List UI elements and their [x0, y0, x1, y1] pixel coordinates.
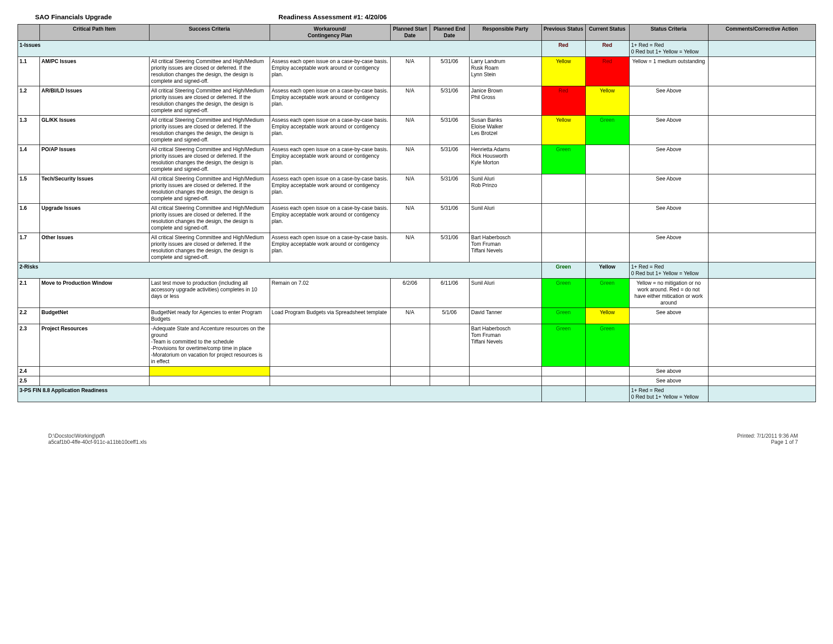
cell — [708, 145, 815, 174]
cell: Sunil Aluri Rob Prinzo — [469, 174, 541, 204]
cell: Assess each open issue on a case-by-case… — [270, 145, 390, 174]
cell — [270, 324, 390, 367]
cell: All critical Steering Committee and High… — [149, 204, 270, 233]
cell — [469, 376, 541, 386]
cell — [541, 367, 585, 376]
cell: Green — [585, 279, 629, 308]
cell: 2.3 — [18, 324, 39, 367]
cell: GL/KK Issues — [39, 116, 149, 145]
cell — [390, 376, 430, 386]
cell: See above — [629, 367, 708, 376]
cell: Green — [541, 308, 585, 324]
table-header-row: Critical Path ItemSuccess CriteriaWorkar… — [18, 25, 815, 41]
section-curr-status: Red — [585, 41, 629, 57]
cell — [270, 367, 390, 376]
col-header: Current Status — [585, 25, 629, 41]
cell: N/A — [390, 57, 430, 86]
page-title: SAO Financials Upgrade Readiness Assessm… — [35, 13, 824, 21]
title-right: Readiness Assessment #1: 4/20/06 — [278, 13, 387, 21]
table-row: 2.3Project Resources-Adequate State and … — [18, 324, 815, 367]
cell — [585, 376, 629, 386]
section-prev-status — [541, 386, 585, 402]
table-row: 2.1Move to Production WindowLast test mo… — [18, 279, 815, 308]
cell: Last test move to production (including … — [149, 279, 270, 308]
cell: 1.1 — [18, 57, 39, 86]
cell — [149, 367, 270, 376]
section-title: 1-Issues — [18, 41, 541, 57]
cell: N/A — [390, 86, 430, 116]
table-row: 1.4PO/AP IssuesAll critical Steering Com… — [18, 145, 815, 174]
cell: All critical Steering Committee and High… — [149, 145, 270, 174]
cell: AR/BI/LD Issues — [39, 86, 149, 116]
cell: Assess each open issue on a case-by-case… — [270, 86, 390, 116]
cell — [708, 116, 815, 145]
cell: Assess each open issue on a case-by-case… — [270, 57, 390, 86]
cell: N/A — [390, 145, 430, 174]
cell: 2.5 — [18, 376, 39, 386]
cell: Assess each open issue on a case-by-case… — [270, 174, 390, 204]
cell: See Above — [629, 204, 708, 233]
cell: See Above — [629, 86, 708, 116]
cell: See above — [629, 376, 708, 386]
cell: Yellow — [541, 116, 585, 145]
section-title: 3-PS FIN 8.8 Application Readiness — [18, 386, 541, 402]
cell: All critical Steering Committee and High… — [149, 174, 270, 204]
cell: BudgetNet ready for Agencies to enter Pr… — [149, 308, 270, 324]
cell — [39, 367, 149, 376]
footer-path: D:\Docstoc\Working\pdf\ a5caf1b0-4ffe-40… — [48, 433, 146, 445]
cell — [629, 324, 708, 367]
cell: See Above — [629, 116, 708, 145]
cell: Bart Haberbosch Tom Fruman Tiffani Nevel… — [469, 233, 541, 262]
cell: See Above — [629, 233, 708, 262]
section-corrective — [708, 386, 815, 402]
cell: N/A — [390, 308, 430, 324]
col-header: Success Criteria — [149, 25, 270, 41]
col-header: Planned Start Date — [390, 25, 430, 41]
col-header: Comments/Corrective Action — [708, 25, 815, 41]
cell — [708, 376, 815, 386]
cell: See Above — [629, 145, 708, 174]
col-header: Critical Path Item — [39, 25, 149, 41]
cell — [270, 376, 390, 386]
section-criteria: 1+ Red = Red 0 Red but 1+ Yellow = Yello… — [629, 262, 708, 279]
cell — [430, 367, 469, 376]
col-header: Planned End Date — [430, 25, 469, 41]
cell: Yellow — [541, 57, 585, 86]
cell — [708, 279, 815, 308]
readiness-table: Critical Path ItemSuccess CriteriaWorkar… — [18, 24, 816, 402]
cell: Other Issues — [39, 233, 149, 262]
cell: 5/31/06 — [430, 174, 469, 204]
cell: Green — [541, 145, 585, 174]
cell: Yellow = 1 medium outstanding — [629, 57, 708, 86]
cell — [469, 367, 541, 376]
cell: Project Resources — [39, 324, 149, 367]
cell: Larry Landrum Rusk Roam Lynn Stein — [469, 57, 541, 86]
cell: -Adequate State and Accenture resources … — [149, 324, 270, 367]
section-prev-status: Green — [541, 262, 585, 279]
section-prev-status: Red — [541, 41, 585, 57]
cell — [585, 145, 629, 174]
table-row: 1.7Other IssuesAll critical Steering Com… — [18, 233, 815, 262]
cell: 5/31/06 — [430, 116, 469, 145]
col-header: Status Criteria — [629, 25, 708, 41]
col-header: Workaround/ Contingency Plan — [270, 25, 390, 41]
cell: 1.3 — [18, 116, 39, 145]
cell: Load Program Budgets via Spreadsheet tem… — [270, 308, 390, 324]
cell: Move to Production Window — [39, 279, 149, 308]
cell: Bart Haberbosch Tom Fruman Tiffani Nevel… — [469, 324, 541, 367]
cell: 1.7 — [18, 233, 39, 262]
cell — [541, 174, 585, 204]
table-row: 1.2AR/BI/LD IssuesAll critical Steering … — [18, 86, 815, 116]
cell: All critical Steering Committee and High… — [149, 116, 270, 145]
cell: BudgetNet — [39, 308, 149, 324]
cell: All critical Steering Committee and High… — [149, 86, 270, 116]
cell: Janice Brown Phil Gross — [469, 86, 541, 116]
table-row: 2.2BudgetNetBudgetNet ready for Agencies… — [18, 308, 815, 324]
cell: N/A — [390, 233, 430, 262]
cell — [708, 86, 815, 116]
cell — [585, 204, 629, 233]
cell — [585, 233, 629, 262]
cell — [708, 233, 815, 262]
section-criteria: 1+ Red = Red 0 Red but 1+ Yellow = Yello… — [629, 386, 708, 402]
cell: 6/2/06 — [390, 279, 430, 308]
